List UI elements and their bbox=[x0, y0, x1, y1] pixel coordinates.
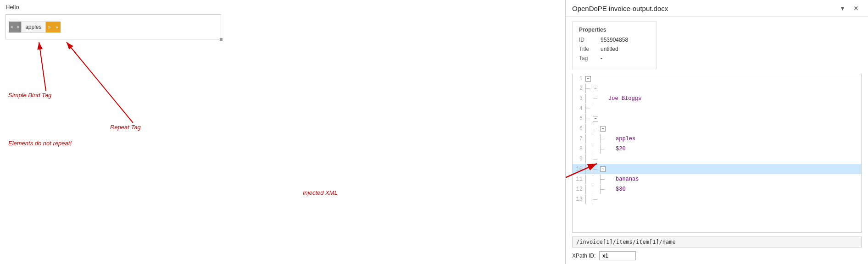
xml-line-13[interactable]: 13 bbox=[573, 194, 861, 204]
tree-branch bbox=[585, 165, 593, 174]
xpath-bar: /invoice[1]/items/item[1]/name bbox=[572, 236, 862, 248]
tree-branch bbox=[585, 154, 593, 164]
xml-line-9[interactable]: 9 bbox=[573, 154, 861, 164]
collapse-btn[interactable]: − bbox=[585, 76, 591, 82]
xml-line-5[interactable]: 5− bbox=[573, 114, 861, 124]
prop-tag-val: - bbox=[601, 55, 602, 61]
prop-tag-key: Tag bbox=[579, 55, 595, 61]
xml-line-1[interactable]: 1− bbox=[573, 74, 861, 83]
tag-btn-right1[interactable]: » bbox=[46, 22, 53, 33]
tree-branch bbox=[585, 134, 593, 143]
svg-line-1 bbox=[39, 42, 46, 91]
repeat-tag-label: Repeat Tag bbox=[110, 124, 141, 131]
xml-viewer[interactable]: 1−2−3Joe Bloggs45−6−7apples8$20910−11ban… bbox=[572, 74, 862, 233]
xpath-id-input[interactable] bbox=[599, 251, 636, 260]
tree-branch bbox=[585, 104, 593, 113]
xml-line-6[interactable]: 6− bbox=[573, 124, 861, 134]
xml-line-2[interactable]: 2− bbox=[573, 83, 861, 94]
line-num: 13 bbox=[573, 196, 585, 203]
collapse-btn[interactable]: − bbox=[593, 86, 598, 91]
tree-indent bbox=[585, 134, 614, 143]
svg-line-2 bbox=[67, 42, 133, 123]
xml-content: $20 bbox=[614, 146, 626, 152]
xpath-id-row: XPath ID: bbox=[572, 251, 862, 260]
tree-branch bbox=[593, 175, 600, 184]
tree-branch bbox=[600, 175, 607, 184]
tree-branch bbox=[585, 175, 593, 184]
xml-content: bananas bbox=[614, 176, 639, 182]
tree-branch bbox=[593, 185, 600, 194]
xml-line-8[interactable]: 8$20 bbox=[573, 144, 861, 154]
tree-indent bbox=[585, 175, 614, 184]
prop-id-key: ID bbox=[579, 37, 595, 43]
line-num: 1 bbox=[573, 76, 585, 82]
tree-indent bbox=[585, 104, 599, 113]
xml-line-4[interactable]: 4 bbox=[573, 104, 861, 114]
line-num: 2 bbox=[573, 85, 585, 92]
tree-indent bbox=[585, 154, 606, 164]
xml-line-12[interactable]: 12$30 bbox=[573, 184, 861, 194]
xpath-id-label: XPath ID: bbox=[572, 253, 595, 259]
panel-title: OpenDoPE invoice-output.docx bbox=[572, 5, 668, 12]
tree-branch bbox=[593, 165, 600, 174]
panel-controls: ▾ ✕ bbox=[838, 4, 862, 13]
tag-btn-left2[interactable]: « bbox=[15, 22, 22, 33]
line-num: 12 bbox=[573, 186, 585, 192]
line-num: 4 bbox=[573, 105, 585, 112]
tree-branch bbox=[593, 154, 600, 164]
collapse-btn[interactable]: − bbox=[600, 166, 606, 172]
xml-line-7[interactable]: 7apples bbox=[573, 134, 861, 144]
tree-indent: − bbox=[585, 76, 592, 82]
properties-title: Properties bbox=[579, 27, 650, 33]
right-panel: OpenDoPE invoice-output.docx ▾ ✕ Propert… bbox=[565, 0, 868, 264]
line-num: 3 bbox=[573, 95, 585, 102]
xml-line-10[interactable]: 10− bbox=[573, 164, 861, 174]
dropdown-btn[interactable]: ▾ bbox=[838, 4, 847, 13]
xml-line-11[interactable]: 11bananas bbox=[573, 174, 861, 184]
tree-indent bbox=[585, 195, 606, 204]
tree-branch bbox=[585, 144, 593, 154]
line-num: 7 bbox=[573, 136, 585, 142]
prop-id-row: ID 953904858 bbox=[579, 37, 650, 43]
tree-branch bbox=[585, 195, 593, 204]
tag-btn-right2[interactable]: » bbox=[53, 22, 61, 33]
injected-xml-label: Injected XML bbox=[303, 189, 338, 196]
tree-indent: − bbox=[585, 114, 599, 123]
tree-branch bbox=[585, 114, 593, 123]
prop-tag-row: Tag - bbox=[579, 55, 650, 61]
panel-header: OpenDoPE invoice-output.docx ▾ ✕ bbox=[566, 0, 868, 17]
tag-group: « « apples » » bbox=[9, 21, 61, 33]
tree-branch bbox=[600, 144, 607, 154]
tree-branch bbox=[585, 185, 593, 194]
line-num: 5 bbox=[573, 116, 585, 122]
tree-indent: − bbox=[585, 165, 606, 174]
tree-branch bbox=[600, 185, 607, 194]
tree-branch bbox=[593, 124, 600, 133]
xml-line-3[interactable]: 3Joe Bloggs bbox=[573, 94, 861, 104]
tree-branch bbox=[585, 94, 593, 103]
prop-id-val: 953904858 bbox=[601, 37, 628, 43]
line-num: 8 bbox=[573, 146, 585, 152]
resize-handle bbox=[220, 38, 223, 41]
xml-content: apples bbox=[614, 136, 635, 142]
left-panel: Hello « « apples » » Simple Bind Tag Rep… bbox=[0, 0, 565, 264]
tag-label: apples bbox=[21, 22, 45, 33]
tree-branch bbox=[585, 124, 593, 133]
line-num: 6 bbox=[573, 126, 585, 132]
line-num: 9 bbox=[573, 156, 585, 162]
doc-title: Hello bbox=[6, 4, 560, 11]
tree-branch bbox=[593, 144, 600, 154]
close-btn[interactable]: ✕ bbox=[851, 4, 862, 13]
simple-bind-label: Simple Bind Tag bbox=[8, 92, 51, 99]
tag-btn-left1[interactable]: « bbox=[9, 22, 15, 33]
tree-indent bbox=[585, 94, 606, 103]
tree-branch bbox=[593, 94, 600, 103]
line-num: 10 bbox=[573, 166, 585, 172]
xml-content: $30 bbox=[614, 186, 626, 192]
tree-branch bbox=[593, 134, 600, 143]
tree-branch bbox=[593, 195, 600, 204]
collapse-btn[interactable]: − bbox=[593, 116, 598, 121]
collapse-btn[interactable]: − bbox=[600, 126, 606, 132]
properties-box: Properties ID 953904858 Title untitled T… bbox=[572, 22, 657, 69]
tree-branch bbox=[585, 84, 593, 93]
